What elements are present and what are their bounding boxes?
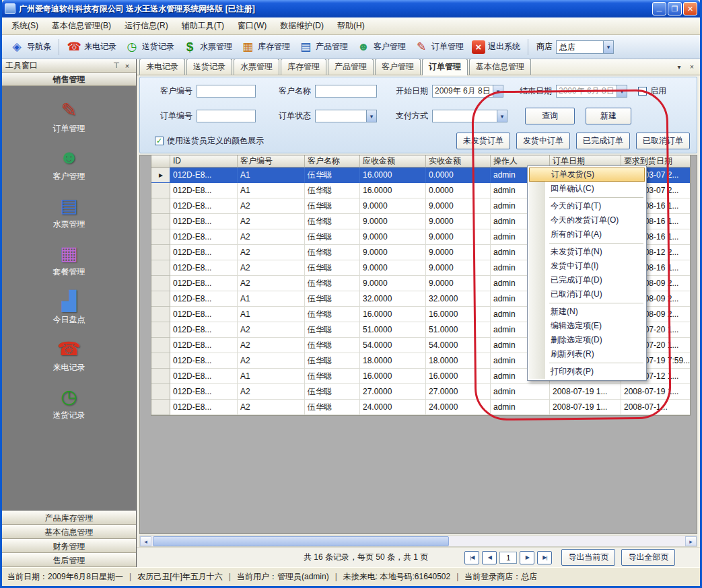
sidebar-item-customer[interactable]: 客户管理 bbox=[2, 143, 136, 185]
toolbar-button-exit[interactable]: 退出系统 bbox=[468, 38, 524, 56]
chevron-down-icon[interactable] bbox=[617, 85, 627, 97]
customer-name-input[interactable] bbox=[315, 85, 377, 98]
enable-checkbox[interactable] bbox=[638, 87, 647, 96]
row-header-cell[interactable] bbox=[151, 260, 170, 276]
tab[interactable]: 送货记录 bbox=[186, 59, 232, 75]
sidebar-item-package[interactable]: 套餐管理 bbox=[2, 239, 136, 281]
tab[interactable]: 客户管理 bbox=[375, 59, 421, 75]
chevron-down-icon[interactable] bbox=[493, 85, 503, 97]
next-page-button[interactable] bbox=[520, 551, 534, 564]
menu-item[interactable]: 系统(S) bbox=[5, 17, 45, 34]
close-button[interactable] bbox=[683, 2, 697, 15]
store-select[interactable]: 总店 bbox=[556, 40, 614, 54]
column-header-customer-no[interactable]: 客户编号 bbox=[238, 155, 305, 168]
order-no-input[interactable] bbox=[197, 110, 256, 122]
toolbar-button-inventory[interactable]: 库存管理 bbox=[237, 38, 293, 57]
end-date-picker[interactable]: 2009年 6月 8日 bbox=[556, 85, 627, 98]
order-status-filter-button[interactable]: 发货中订单 bbox=[516, 133, 570, 149]
tab[interactable]: 产品管理 bbox=[328, 59, 374, 75]
menu-item[interactable]: 基本信息管理(B) bbox=[45, 17, 118, 34]
row-header-cell[interactable] bbox=[151, 245, 170, 260]
scroll-right-icon[interactable]: ▸ bbox=[685, 536, 697, 546]
context-menu-item[interactable]: 回单确认(C) bbox=[529, 182, 645, 196]
sidebar-group-button[interactable]: 产品库存管理 bbox=[2, 511, 136, 525]
export-all-pages-button[interactable]: 导出全部页 bbox=[621, 549, 675, 566]
menu-item[interactable]: 辅助工具(T) bbox=[175, 17, 231, 34]
order-status-filter-button[interactable]: 未发货订单 bbox=[456, 133, 510, 149]
sidebar-item-stocktake[interactable]: 今日盘点 bbox=[2, 287, 136, 328]
context-menu-item[interactable]: 订单发货(S) bbox=[529, 168, 645, 182]
row-header-cell[interactable] bbox=[151, 198, 170, 214]
page-input[interactable] bbox=[499, 552, 517, 564]
context-menu-item[interactable]: 编辑选定项(E) bbox=[529, 319, 645, 333]
toolbar-button-ticket[interactable]: 水票管理 bbox=[179, 38, 236, 57]
new-button[interactable]: 新建 bbox=[586, 108, 631, 124]
table-corner-cell[interactable] bbox=[151, 155, 170, 168]
table-row[interactable]: 012D-E8... A2 伍华聪 24.0000 24.0000 admin … bbox=[151, 400, 690, 415]
enable-checkbox-group[interactable]: 启用 bbox=[638, 85, 666, 97]
export-current-page-button[interactable]: 导出当前页 bbox=[561, 549, 615, 566]
context-menu-item[interactable]: 今天的发货订单(O) bbox=[529, 213, 645, 227]
scroll-left-icon[interactable]: ◂ bbox=[140, 536, 151, 546]
start-date-picker[interactable]: 2009年 6月 8日 bbox=[432, 85, 503, 98]
toolbar-button-call-log[interactable]: 来电记录 bbox=[63, 38, 120, 57]
column-header-receivable[interactable]: 应收金额 bbox=[360, 155, 426, 168]
scrollbar-thumb[interactable] bbox=[153, 536, 449, 546]
context-menu-item[interactable]: 刷新列表(R) bbox=[529, 347, 645, 361]
row-header-cell[interactable] bbox=[151, 400, 170, 415]
sidebar-section-sales[interactable]: 销售管理 bbox=[2, 73, 136, 86]
row-header-cell[interactable] bbox=[151, 338, 170, 353]
context-menu-item[interactable]: 今天的订单(T) bbox=[529, 199, 645, 213]
tab[interactable]: 库存管理 bbox=[281, 59, 326, 75]
pin-icon[interactable]: ⊤ bbox=[111, 61, 122, 71]
sidebar-group-button[interactable]: 基本信息管理 bbox=[2, 525, 136, 539]
table-row[interactable]: 012D-E8... A2 伍华聪 27.0000 27.0000 admin … bbox=[151, 384, 690, 400]
row-header-cell[interactable] bbox=[151, 168, 170, 183]
sidebar-item-order[interactable]: 订单管理 bbox=[2, 96, 136, 137]
tab-close-icon[interactable]: × bbox=[687, 62, 697, 72]
row-header-cell[interactable] bbox=[151, 291, 170, 307]
context-menu-item[interactable]: 未发货订单(N) bbox=[529, 245, 645, 259]
menu-item[interactable]: 数据维护(D) bbox=[273, 17, 330, 34]
toolbar-button-nav[interactable]: 导航条 bbox=[6, 38, 55, 57]
customer-no-input[interactable] bbox=[197, 85, 256, 98]
toolbar-button-delivery-log[interactable]: 送货记录 bbox=[121, 38, 178, 57]
row-header-cell[interactable] bbox=[151, 353, 170, 369]
column-header-received[interactable]: 实收金额 bbox=[426, 155, 491, 168]
tab[interactable]: 订单管理 bbox=[422, 59, 468, 75]
context-menu-item[interactable]: 所有的订单(A) bbox=[529, 227, 645, 242]
menu-item[interactable]: 运行信息(R) bbox=[118, 17, 175, 34]
context-menu-item[interactable]: 已取消订单(U) bbox=[529, 287, 645, 301]
context-menu-item[interactable]: 删除选定项(D) bbox=[529, 333, 645, 347]
row-header-cell[interactable] bbox=[151, 183, 170, 198]
query-button[interactable]: 查询 bbox=[525, 108, 575, 124]
tab[interactable]: 水票管理 bbox=[234, 59, 279, 75]
order-status-select[interactable] bbox=[315, 110, 377, 122]
context-menu-item[interactable]: 打印列表(P) bbox=[529, 365, 645, 379]
tab[interactable]: 基本信息管理 bbox=[469, 59, 531, 75]
prev-page-button[interactable] bbox=[482, 551, 497, 564]
order-status-filter-button[interactable]: 已完成订单 bbox=[576, 133, 630, 149]
first-page-button[interactable] bbox=[464, 551, 479, 564]
toolbar-button-customer[interactable]: 客户管理 bbox=[353, 38, 409, 57]
row-header-cell[interactable] bbox=[151, 229, 170, 245]
pay-method-select[interactable] bbox=[432, 110, 507, 122]
tab[interactable]: 来电记录 bbox=[139, 59, 185, 75]
close-icon[interactable]: × bbox=[122, 61, 133, 71]
restore-button[interactable] bbox=[668, 2, 682, 15]
order-status-filter-button[interactable]: 已取消订单 bbox=[636, 133, 690, 149]
context-menu-item[interactable]: 发货中订单(I) bbox=[529, 259, 645, 273]
row-header-cell[interactable] bbox=[151, 369, 170, 384]
chevron-down-icon[interactable] bbox=[497, 110, 507, 122]
tab-scroll-icon[interactable]: ▾ bbox=[674, 62, 685, 72]
toolbar-button-order[interactable]: 订单管理 bbox=[411, 38, 467, 57]
toolbar-button-product[interactable]: 产品管理 bbox=[295, 38, 351, 57]
color-checkbox-group[interactable]: 使用送货员定义的颜色展示 bbox=[155, 135, 264, 147]
sidebar-item-ticket[interactable]: 水票管理 bbox=[2, 191, 136, 233]
context-menu-item[interactable]: 新建(N) bbox=[529, 305, 645, 319]
row-header-cell[interactable] bbox=[151, 384, 170, 400]
sidebar-item-delivery-log[interactable]: 送货记录 bbox=[2, 382, 136, 424]
row-header-cell[interactable] bbox=[151, 322, 170, 338]
minimize-button[interactable] bbox=[652, 2, 666, 15]
row-header-cell[interactable] bbox=[151, 214, 170, 229]
